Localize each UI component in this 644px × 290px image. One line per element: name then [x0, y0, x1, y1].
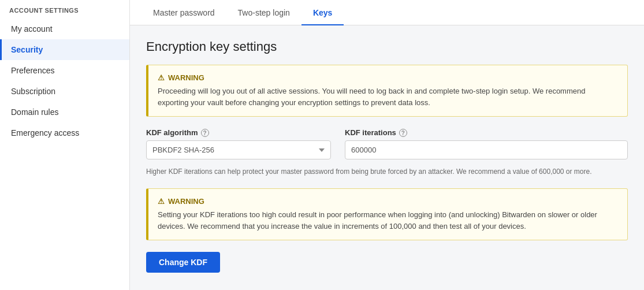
change-kdf-button[interactable]: Change KDF	[146, 252, 220, 273]
warning-icon-1: ⚠	[158, 73, 165, 82]
warning-box-2: ⚠ WARNING Setting your KDF iterations to…	[146, 188, 628, 240]
kdf-row: KDF algorithm ? PBKDF2 SHA-256 Argon2id …	[146, 128, 628, 159]
content-area: Encryption key settings ⚠ WARNING Procee…	[130, 25, 644, 290]
sidebar-item-subscription[interactable]: Subscription	[0, 81, 129, 102]
kdf-iterations-input[interactable]	[345, 140, 628, 159]
sidebar-item-emergency-access[interactable]: Emergency access	[0, 122, 129, 143]
tab-two-step-login[interactable]: Two-step login	[226, 0, 301, 25]
warning-title-2: ⚠ WARNING	[158, 197, 618, 206]
sidebar-item-security[interactable]: Security	[0, 39, 129, 60]
tab-keys[interactable]: Keys	[301, 0, 344, 25]
sidebar-item-domain-rules[interactable]: Domain rules	[0, 102, 129, 122]
tab-master-password[interactable]: Master password	[142, 0, 226, 25]
sidebar-section-title: ACCOUNT SETTINGS	[0, 0, 129, 18]
sidebar: ACCOUNT SETTINGS My account Security Pre…	[0, 0, 130, 290]
warning-icon-2: ⚠	[158, 197, 165, 206]
kdf-algorithm-select[interactable]: PBKDF2 SHA-256 Argon2id	[146, 140, 331, 159]
warning-text-1: Proceeding will log you out of all activ…	[158, 85, 618, 108]
kdf-iterations-field: KDF iterations ?	[345, 128, 628, 159]
kdf-iterations-help-icon[interactable]: ?	[399, 129, 407, 137]
warning-label-2: WARNING	[168, 197, 204, 206]
warning-title-1: ⚠ WARNING	[158, 73, 618, 82]
sidebar-item-my-account[interactable]: My account	[0, 18, 129, 39]
tabs-bar: Master password Two-step login Keys	[130, 0, 644, 25]
main-content: Master password Two-step login Keys Encr…	[130, 0, 644, 290]
warning-box-1: ⚠ WARNING Proceeding will log you out of…	[146, 65, 628, 117]
kdf-algorithm-label: KDF algorithm ?	[146, 128, 331, 137]
kdf-iterations-label: KDF iterations ?	[345, 128, 628, 137]
kdf-hint-text: Higher KDF iterations can help protect y…	[146, 166, 628, 177]
warning-text-2: Setting your KDF iterations too high cou…	[158, 209, 618, 232]
page-title: Encryption key settings	[146, 39, 628, 54]
kdf-algorithm-help-icon[interactable]: ?	[201, 129, 209, 137]
warning-label-1: WARNING	[168, 73, 204, 82]
kdf-algorithm-field: KDF algorithm ? PBKDF2 SHA-256 Argon2id	[146, 128, 331, 159]
sidebar-item-preferences[interactable]: Preferences	[0, 60, 129, 81]
